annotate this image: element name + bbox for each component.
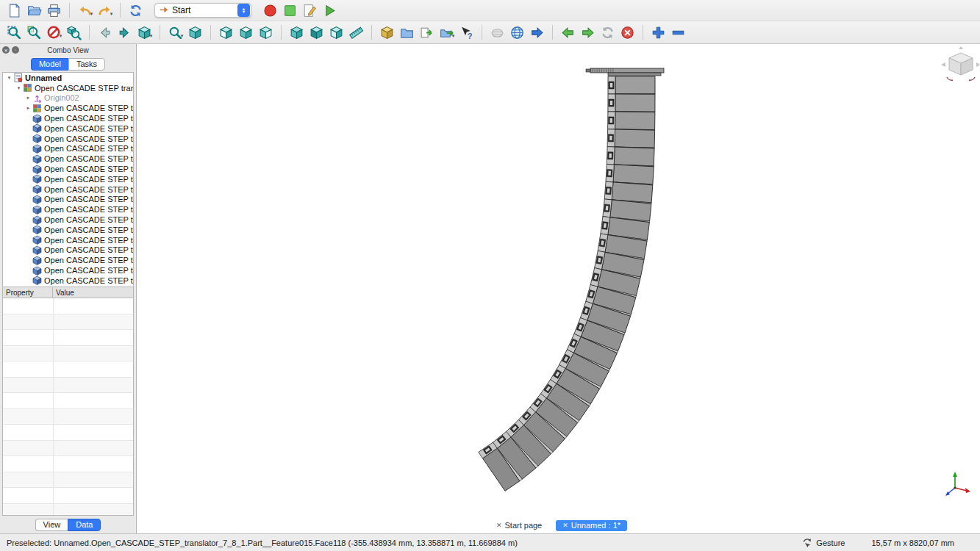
tree-item[interactable]: Open CASCADE STEP translator: [3, 184, 133, 195]
new-document-button[interactable]: [4, 1, 24, 20]
browser-refresh-button[interactable]: [598, 23, 618, 42]
property-row: [3, 409, 133, 425]
print-button[interactable]: [44, 1, 64, 20]
macro-record-button[interactable]: [260, 1, 280, 20]
3d-view-area[interactable]: ✕Start page✕Unnamed : 1*: [137, 44, 980, 533]
export-alt-button[interactable]: ▾: [437, 23, 457, 42]
refresh-document-button[interactable]: [126, 1, 146, 20]
tree-item[interactable]: Open CASCADE STEP translator: [3, 134, 133, 144]
whats-this-button[interactable]: ?: [457, 23, 476, 42]
browser-stop-button[interactable]: [618, 23, 637, 42]
close-tab-icon[interactable]: ✕: [496, 522, 502, 529]
tree-item[interactable]: ▾Open CASCADE STEP translator: [3, 83, 133, 93]
toolbar-separator: [482, 25, 482, 40]
box-element-selection-button[interactable]: [64, 23, 84, 42]
document-tab[interactable]: ✕Start page: [490, 520, 548, 531]
folder-button[interactable]: [397, 23, 417, 42]
dropdown-chevron-icon[interactable]: ▾: [181, 33, 184, 42]
redo-button[interactable]: ▾: [95, 1, 115, 20]
dropdown-chevron-icon[interactable]: ▾: [60, 33, 62, 42]
close-tab-icon[interactable]: ✕: [562, 522, 568, 529]
tab-data[interactable]: Data: [68, 519, 101, 531]
zoom-out-button[interactable]: [668, 23, 688, 42]
tree-item-label: Open CASCADE STEP translator: [44, 114, 133, 123]
tree-item[interactable]: Open CASCADE STEP translator: [3, 265, 133, 276]
view-left-button[interactable]: [326, 23, 346, 42]
fit-selection-button[interactable]: [24, 23, 44, 42]
tree-item[interactable]: Open CASCADE STEP translator: [3, 195, 133, 205]
view-axonometric-button[interactable]: [185, 23, 205, 42]
draw-style-button[interactable]: ▾: [44, 23, 64, 42]
3d-viewport[interactable]: [137, 44, 979, 533]
tree-item[interactable]: Open CASCADE STEP translator: [3, 164, 133, 174]
tab-model[interactable]: Model: [31, 58, 68, 71]
dropdown-chevron-icon[interactable]: ▾: [90, 11, 93, 20]
part-icon: [32, 195, 42, 204]
dropdown-chevron-icon[interactable]: ▾: [150, 33, 153, 42]
tree-item[interactable]: ▾Unnamed: [3, 73, 133, 83]
tree-item[interactable]: ▸Origin002: [3, 93, 133, 104]
measure-button[interactable]: [346, 23, 366, 42]
view-forward-button[interactable]: [115, 23, 135, 42]
web-browser-button[interactable]: [507, 23, 527, 42]
tree-item[interactable]: Open CASCADE STEP translator: [3, 204, 133, 215]
view-front-button[interactable]: [216, 23, 236, 42]
part-icon: [32, 205, 42, 215]
navigation-cube[interactable]: [941, 46, 979, 80]
property-row: [3, 330, 133, 346]
view-rear-button[interactable]: [287, 23, 307, 42]
open-document-button[interactable]: [24, 1, 44, 20]
view-right-button[interactable]: [256, 23, 276, 42]
macro-stop-button[interactable]: [280, 1, 300, 20]
macro-play-button[interactable]: [320, 1, 340, 20]
tab-tasks[interactable]: Tasks: [68, 58, 105, 71]
tree-item[interactable]: Open CASCADE STEP translator: [3, 225, 133, 235]
panel-close-button[interactable]: ✕: [2, 46, 10, 54]
zoom-in-button[interactable]: [648, 23, 668, 42]
tree-item-label: Open CASCADE STEP translator: [44, 185, 133, 194]
tree-item[interactable]: Open CASCADE STEP translator: [3, 235, 133, 245]
tree-item[interactable]: Open CASCADE STEP translator: [3, 215, 133, 225]
expander-icon[interactable]: ▸: [24, 95, 32, 101]
spaceball-button[interactable]: [487, 23, 507, 42]
tree-item[interactable]: Open CASCADE STEP translator: [3, 123, 133, 134]
undo-button[interactable]: ▾: [75, 1, 95, 20]
workbench-stepper-icon[interactable]: ▲▼: [237, 4, 250, 17]
tree-item[interactable]: Open CASCADE STEP translator: [3, 154, 133, 164]
view-home-button[interactable]: ▾: [135, 23, 154, 42]
dropdown-chevron-icon[interactable]: ▾: [452, 33, 455, 42]
dropdown-chevron-icon[interactable]: ▾: [110, 11, 113, 20]
zoom-tools-button[interactable]: ▾: [165, 23, 185, 42]
speaker-array-model[interactable]: [479, 68, 664, 491]
tree-item[interactable]: Open CASCADE STEP translator: [3, 113, 133, 123]
workbench-selected-value: Start: [172, 5, 190, 15]
macro-edit-button[interactable]: [300, 1, 320, 20]
panel-float-button[interactable]: ◦: [12, 46, 19, 54]
export-button[interactable]: [417, 23, 437, 42]
box-primitive-button[interactable]: [377, 23, 397, 42]
view-bottom-button[interactable]: [307, 23, 326, 42]
tree-item[interactable]: Open CASCADE STEP translator: [3, 276, 133, 286]
expander-icon[interactable]: ▸: [24, 105, 32, 111]
document-tab[interactable]: ✕Unnamed : 1*: [556, 520, 627, 531]
navigation-style-selector[interactable]: Gesture: [802, 538, 845, 548]
tree-item[interactable]: Open CASCADE STEP translator: [3, 245, 133, 256]
tree-item[interactable]: ▸Open CASCADE STEP translator: [3, 103, 133, 113]
browser-forward-button[interactable]: [578, 23, 598, 42]
tree-item[interactable]: Open CASCADE STEP translator: [3, 144, 133, 154]
open-link-button[interactable]: [527, 23, 547, 42]
tab-view[interactable]: View: [35, 519, 68, 531]
fit-all-button[interactable]: [4, 23, 24, 42]
combo-view-tab-bar: Model Tasks: [0, 56, 136, 72]
tree-item[interactable]: Open CASCADE STEP translator: [3, 174, 133, 184]
tree-item[interactable]: Open CASCADE STEP translator: [3, 255, 133, 265]
view-back-button[interactable]: [95, 23, 115, 42]
tree-item-label: Open CASCADE STEP translator: [44, 144, 133, 153]
expander-icon[interactable]: ▾: [15, 85, 23, 91]
tree-item-label: Open CASCADE STEP translator: [44, 215, 133, 224]
workbench-selector[interactable]: Start▲▼: [154, 3, 251, 18]
browser-back-button[interactable]: [558, 23, 578, 42]
model-tree[interactable]: ▾Unnamed▾Open CASCADE STEP translator▸Or…: [2, 72, 134, 287]
expander-icon[interactable]: ▾: [5, 75, 13, 81]
view-top-button[interactable]: [236, 23, 256, 42]
